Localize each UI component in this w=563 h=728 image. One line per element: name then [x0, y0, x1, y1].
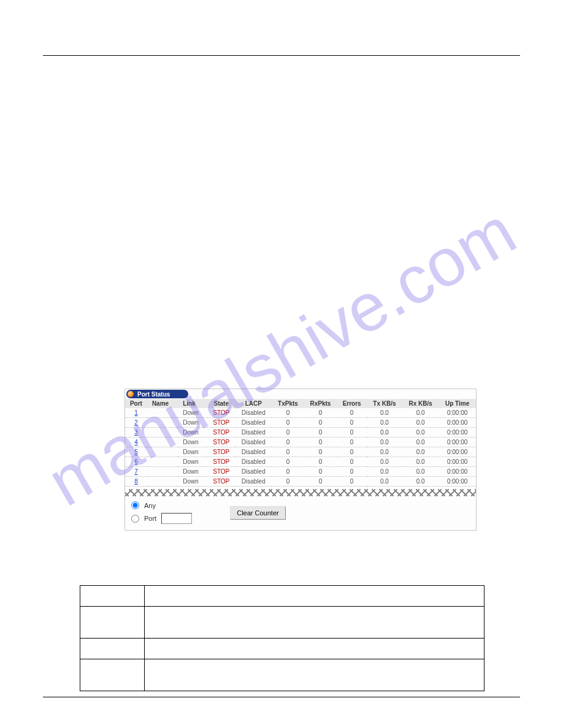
cell-rxpkts: 0: [304, 408, 337, 418]
col-rxpkts: RxPkts: [304, 399, 337, 408]
bottom-rule: [43, 697, 520, 697]
cell-port: 5: [125, 447, 147, 457]
cell-name: [147, 408, 178, 418]
table-row: 8DownSTOPDisabled0000.00.00:00:00: [125, 477, 476, 487]
cell-txkbs: 0.0: [367, 408, 402, 418]
cell-rxkbs: 0.0: [402, 457, 439, 467]
cell-name: [147, 477, 178, 487]
cell-port: 7: [125, 467, 147, 477]
cell-rxpkts: 0: [304, 477, 337, 487]
cell-errors: 0: [337, 418, 367, 428]
cell-rxpkts: 0: [304, 467, 337, 477]
radio-any[interactable]: [131, 501, 139, 509]
cell-state: STOP: [207, 477, 235, 487]
port-link[interactable]: 1: [134, 409, 138, 416]
cell-state: STOP: [207, 428, 235, 438]
col-name: Name: [147, 399, 178, 408]
cell-rxpkts: 0: [304, 457, 337, 467]
cell-errors: 0: [337, 408, 367, 418]
cell-link: Down: [178, 418, 207, 428]
radio-any-row[interactable]: Any: [131, 501, 192, 509]
cell-errors: 0: [337, 467, 367, 477]
cell-state: STOP: [207, 457, 235, 467]
cell-txkbs: 0.0: [367, 467, 402, 477]
cell-txpkts: 0: [272, 457, 304, 467]
cell-name: [147, 418, 178, 428]
cell-lacp: Disabled: [235, 467, 272, 477]
cell-name: [147, 467, 178, 477]
cell-rxkbs: 0.0: [402, 428, 439, 438]
table-row: 7DownSTOPDisabled0000.00.00:00:00: [125, 467, 476, 477]
cell-link: Down: [178, 477, 207, 487]
table-row: 5DownSTOPDisabled0000.00.00:00:00: [125, 447, 476, 457]
cell-rxpkts: 0: [304, 438, 337, 447]
cell-rxkbs: 0.0: [402, 418, 439, 428]
cell-txpkts: 0: [272, 467, 304, 477]
clear-counter-button[interactable]: Clear Counter: [230, 506, 285, 520]
port-number-input[interactable]: [161, 513, 192, 524]
cell-txpkts: 0: [272, 438, 304, 447]
table-row: [80, 639, 484, 659]
cell-errors: 0: [337, 457, 367, 467]
cell-uptime: 0:00:00: [439, 467, 476, 477]
port-link[interactable]: 4: [134, 439, 138, 446]
cell-txkbs: 0.0: [367, 438, 402, 447]
cell-txpkts: 0: [272, 428, 304, 438]
cell-port: 4: [125, 438, 147, 447]
cell-link: Down: [178, 438, 207, 447]
truncation-zigzag: [125, 487, 476, 498]
col-rxkbs: Rx KB/s: [402, 399, 439, 408]
col-state: State: [207, 399, 235, 408]
port-link[interactable]: 8: [134, 478, 138, 485]
panel-controls: Any Port Clear Counter: [125, 498, 476, 530]
cell-link: Down: [178, 447, 207, 457]
cell-lacp: Disabled: [235, 438, 272, 447]
radio-port[interactable]: [131, 515, 139, 523]
cell-state: STOP: [207, 467, 235, 477]
cell-lacp: Disabled: [235, 477, 272, 487]
col-lacp: LACP: [235, 399, 272, 408]
col-txkbs: Tx KB/s: [367, 399, 402, 408]
port-link[interactable]: 6: [134, 458, 138, 465]
cell-link: Down: [178, 467, 207, 477]
table-row: 1DownSTOPDisabled0000.00.00:00:00: [125, 408, 476, 418]
table-row: [80, 586, 484, 607]
cell-rxpkts: 0: [304, 447, 337, 457]
panel-title-pill: Port Status: [126, 390, 188, 398]
description-table: [80, 585, 484, 691]
cell-rxkbs: 0.0: [402, 467, 439, 477]
radio-port-row[interactable]: Port: [131, 513, 192, 524]
table-row: [80, 607, 484, 639]
cell-txpkts: 0: [272, 418, 304, 428]
col-port: Port: [125, 399, 147, 408]
cell-state: STOP: [207, 418, 235, 428]
cell-port: 2: [125, 418, 147, 428]
col-errors: Errors: [337, 399, 367, 408]
cell-rxkbs: 0.0: [402, 447, 439, 457]
port-link[interactable]: 7: [134, 468, 138, 475]
col-txpkts: TxPkts: [272, 399, 304, 408]
port-link[interactable]: 3: [134, 429, 138, 436]
port-status-table: Port Name Link State LACP TxPkts RxPkts …: [125, 399, 476, 487]
cell-link: Down: [178, 408, 207, 418]
table-row: 2DownSTOPDisabled0000.00.00:00:00: [125, 418, 476, 428]
cell-name: [147, 457, 178, 467]
cell-state: STOP: [207, 408, 235, 418]
port-link[interactable]: 2: [134, 419, 138, 426]
cell-rxkbs: 0.0: [402, 438, 439, 447]
cell-port: 1: [125, 408, 147, 418]
cell-uptime: 0:00:00: [439, 477, 476, 487]
cell-state: STOP: [207, 438, 235, 447]
cell-lacp: Disabled: [235, 428, 272, 438]
cell-link: Down: [178, 428, 207, 438]
cell-lacp: Disabled: [235, 408, 272, 418]
cell-txkbs: 0.0: [367, 457, 402, 467]
cell-errors: 0: [337, 428, 367, 438]
cell-rxkbs: 0.0: [402, 408, 439, 418]
cell-uptime: 0:00:00: [439, 438, 476, 447]
cell-lacp: Disabled: [235, 447, 272, 457]
cell-lacp: Disabled: [235, 418, 272, 428]
cell-txpkts: 0: [272, 447, 304, 457]
port-link[interactable]: 5: [134, 449, 138, 455]
col-link: Link: [178, 399, 207, 408]
